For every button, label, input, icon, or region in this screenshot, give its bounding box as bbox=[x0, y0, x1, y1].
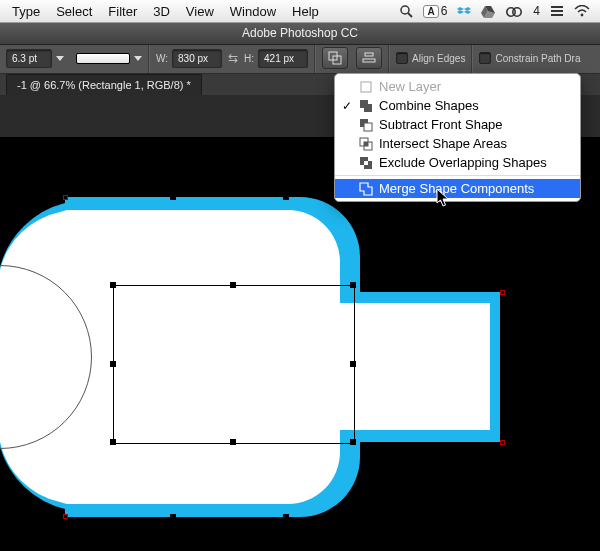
anchor-point[interactable] bbox=[500, 290, 505, 295]
menu-select[interactable]: Select bbox=[48, 4, 100, 19]
options-bar: 6.3 pt W: 830 px ⇆ H: 421 px Align Edges… bbox=[0, 43, 600, 74]
path-align-button[interactable] bbox=[356, 47, 382, 69]
anchor-point[interactable] bbox=[500, 440, 505, 445]
menu-view[interactable]: View bbox=[178, 4, 222, 19]
handle-ne[interactable] bbox=[350, 282, 356, 288]
outer-handle[interactable] bbox=[283, 514, 289, 520]
app-titlebar: Adobe Photoshop CC bbox=[0, 22, 600, 45]
dropdown-caret-icon[interactable] bbox=[56, 54, 64, 62]
svg-rect-12 bbox=[361, 82, 371, 92]
menu-separator bbox=[335, 175, 580, 176]
handle-w[interactable] bbox=[110, 361, 116, 367]
menu-item-combine[interactable]: ✓ Combine Shapes bbox=[335, 96, 580, 115]
outer-handle[interactable] bbox=[170, 194, 176, 200]
svg-rect-22 bbox=[364, 161, 368, 165]
handle-nw[interactable] bbox=[110, 282, 116, 288]
app-title: Adobe Photoshop CC bbox=[242, 26, 358, 40]
adobe-badge[interactable]: A6 bbox=[423, 4, 447, 18]
dropbox-icon[interactable] bbox=[457, 4, 471, 18]
svg-rect-14 bbox=[364, 104, 372, 112]
width-label: W: bbox=[156, 53, 168, 64]
dropdown-caret-icon[interactable] bbox=[134, 54, 142, 62]
combine-icon bbox=[359, 99, 373, 113]
svg-point-0 bbox=[401, 6, 409, 14]
tray-number[interactable]: 4 bbox=[533, 4, 540, 18]
height-label: H: bbox=[244, 53, 254, 64]
path-operations-button[interactable] bbox=[322, 47, 348, 69]
link-wh-icon[interactable]: ⇆ bbox=[226, 51, 240, 65]
creative-cloud-icon[interactable] bbox=[505, 4, 523, 18]
svg-rect-10 bbox=[365, 53, 373, 56]
menu-3d[interactable]: 3D bbox=[145, 4, 178, 19]
menu-extra-icon[interactable] bbox=[550, 5, 564, 17]
subtract-icon bbox=[359, 118, 373, 132]
menu-type[interactable]: Type bbox=[4, 4, 48, 19]
outer-handle[interactable] bbox=[283, 194, 289, 200]
path-operations-menu: New Layer ✓ Combine Shapes Subtract Fron… bbox=[334, 73, 581, 202]
magnify-icon[interactable] bbox=[399, 4, 413, 18]
path-ops-icon bbox=[328, 51, 342, 65]
exclude-icon bbox=[359, 156, 373, 170]
checkmark-icon: ✓ bbox=[341, 99, 353, 113]
outer-handle[interactable] bbox=[170, 514, 176, 520]
document-tab[interactable]: -1 @ 66.7% (Rectangle 1, RGB/8) * bbox=[6, 74, 202, 95]
anchor-point[interactable] bbox=[63, 195, 68, 200]
handle-e[interactable] bbox=[350, 361, 356, 367]
width-field[interactable]: 830 px bbox=[172, 49, 222, 68]
handle-sw[interactable] bbox=[110, 439, 116, 445]
stroke-style-preview[interactable] bbox=[76, 53, 130, 64]
handle-se[interactable] bbox=[350, 439, 356, 445]
menu-item-subtract[interactable]: Subtract Front Shape bbox=[335, 115, 580, 134]
height-field[interactable]: 421 px bbox=[258, 49, 308, 68]
new-layer-icon bbox=[359, 80, 373, 94]
svg-rect-5 bbox=[551, 10, 563, 12]
menu-item-intersect[interactable]: Intersect Shape Areas bbox=[335, 134, 580, 153]
svg-rect-6 bbox=[551, 14, 563, 16]
align-edges-checkbox[interactable]: Align Edges bbox=[396, 52, 465, 64]
intersect-icon bbox=[359, 137, 373, 151]
handle-s[interactable] bbox=[230, 439, 236, 445]
align-icon bbox=[362, 51, 376, 65]
menu-filter[interactable]: Filter bbox=[100, 4, 145, 19]
anchor-point[interactable] bbox=[63, 514, 68, 519]
menu-tray: A6 4 bbox=[399, 4, 596, 18]
svg-point-7 bbox=[581, 14, 584, 17]
merge-icon bbox=[359, 182, 373, 196]
svg-point-3 bbox=[513, 8, 521, 16]
svg-rect-19 bbox=[364, 142, 368, 146]
svg-line-1 bbox=[408, 13, 412, 17]
wifi-icon[interactable] bbox=[574, 5, 590, 17]
svg-rect-16 bbox=[364, 123, 372, 131]
menu-item-merge[interactable]: Merge Shape Components bbox=[335, 179, 580, 198]
menu-help[interactable]: Help bbox=[284, 4, 327, 19]
drive-icon[interactable] bbox=[481, 4, 495, 18]
handle-n[interactable] bbox=[230, 282, 236, 288]
transform-box[interactable] bbox=[113, 285, 355, 444]
svg-rect-11 bbox=[363, 59, 375, 62]
menu-window[interactable]: Window bbox=[222, 4, 284, 19]
stroke-width-field[interactable]: 6.3 pt bbox=[6, 49, 52, 68]
mac-menubar: Type Select Filter 3D View Window Help A… bbox=[0, 0, 600, 23]
menu-item-exclude[interactable]: Exclude Overlapping Shapes bbox=[335, 153, 580, 172]
constrain-path-checkbox[interactable]: Constrain Path Dra bbox=[479, 52, 580, 64]
svg-rect-4 bbox=[551, 6, 563, 8]
menu-item-new-layer: New Layer bbox=[335, 77, 580, 96]
